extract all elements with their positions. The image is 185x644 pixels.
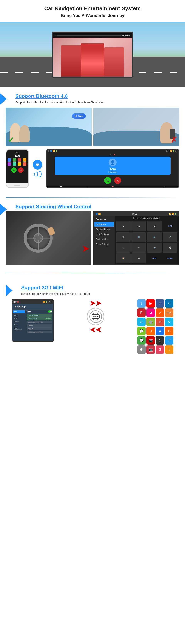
wifi-device-inner: ⬜◀⭕ 📶🔋 13:22 ⚙ Settings WI xyxy=(12,300,53,341)
wifi-network-item-connected[interactable]: NO-WI-INDIA Connected xyxy=(26,318,52,320)
func-camera[interactable]: 📷 xyxy=(147,242,162,252)
wifi-device-statusbar: ⬜◀⭕ 📶🔋 13:22 xyxy=(12,300,53,304)
app-icon-wechat[interactable]: 💬 xyxy=(137,336,146,345)
bluetooth-images: Hi Tom ✓ ✗ xyxy=(6,108,179,146)
wifi-network-item-4[interactable]: KV2MAX xyxy=(26,328,52,330)
app-icons-grid: t ▶ f in P ✿ ↗ RSS S 🤖 g+ V xyxy=(137,299,174,354)
car-grid-icon: ⠿ xyxy=(152,186,178,188)
app-icon-facebook[interactable]: f xyxy=(156,299,164,308)
wifi-network-item-2[interactable]: Secured with WPA/WPA2 xyxy=(26,321,52,324)
wifi-network-item[interactable]: TP-LINK-FREE xyxy=(26,314,52,317)
car-bottom-icon: ⬜ xyxy=(48,186,74,188)
car-unit-content: 📞🚗 👤 Tom Incoming 📞 ✕ xyxy=(47,152,178,186)
func-home[interactable]: 🏠 xyxy=(116,253,131,263)
car-unit-screen: 🔵 📶 🔋 8:16 📶 🔋 20 📞🚗 👤 Tom Incoming 📞 ✕ xyxy=(46,149,179,188)
wifi-title: Support 3G / WIFI xyxy=(21,285,174,291)
app-icon-youtube[interactable]: ▶ xyxy=(146,299,155,308)
incoming-call-card: 👤 Tom Incoming xyxy=(55,156,170,175)
app-icon-disqus[interactable]: D xyxy=(146,327,155,336)
car-bottom-icon3: ⭕ xyxy=(100,186,126,188)
checkmark-icon: ✓ xyxy=(8,136,14,144)
app-icon-settings2[interactable]: ⚙ xyxy=(137,346,146,354)
bluetooth-section: Support Bluetooth 4.0 Support bluetooth … xyxy=(0,88,185,198)
steering-title: Support Steering Wheel Control xyxy=(16,204,179,210)
wifi-network-list: WI-FI TP-LINK-FREE NO-WI-INDIA xyxy=(26,310,53,341)
func-back[interactable]: ↩ xyxy=(132,242,146,252)
app-icon-vimeo[interactable]: V xyxy=(165,318,174,326)
header: Car Navigation Entertainment System Brin… xyxy=(0,0,185,22)
func-vol-down[interactable]: 🔉 xyxy=(147,232,162,242)
app-icon-flickr[interactable]: ✿ xyxy=(146,308,155,317)
app-icon-android[interactable]: 🤖 xyxy=(146,318,155,326)
wifi-section: Support 3G / WIFI can connect to your ph… xyxy=(0,273,185,360)
car-unit-statusbar: 🔵 📶 🔋 8:16 📶 🔋 20 xyxy=(47,150,178,152)
arrow-right-container: ➤➤ xyxy=(90,299,101,307)
func-mic[interactable]: 🎤 xyxy=(163,232,178,242)
func-gps[interactable]: GPS xyxy=(163,221,178,231)
status-indicator xyxy=(48,150,49,152)
func-settings[interactable]: ⚙ xyxy=(116,232,131,242)
header-subtitle: Bring You A Wonderful Journey xyxy=(4,13,181,18)
steering-control-panel: 🔵 📶 08:02 🔔 📶 🔋 Brightness Navigation St… xyxy=(93,211,179,265)
function-buttons-grid: ▶ ⏮ ⏭ GPS ⚙ 🔊 🔉 🎤 📞 ↩ 📷 ⏻ 🏠 ↺ xyxy=(116,221,178,263)
func-vol-up[interactable]: 🔊 xyxy=(132,232,146,242)
bluetooth-icon: ⯹ xyxy=(33,160,42,170)
bluetooth-description: Support bluetooth call / bluetooth music… xyxy=(16,101,179,104)
section-arrow-icon xyxy=(0,93,7,105)
app-icon-social[interactable]: S xyxy=(156,346,164,354)
app-icon-chat[interactable]: 💬 xyxy=(137,327,146,336)
func-phone[interactable]: 📞 xyxy=(116,242,131,252)
menu-navigation[interactable]: Navigation xyxy=(94,222,114,226)
car-bottom-icon4: ▭ xyxy=(126,186,152,188)
app-icon-rss[interactable]: RSS xyxy=(165,308,174,317)
func-next[interactable]: ⏭ xyxy=(147,221,162,231)
func-disp[interactable]: DISP xyxy=(147,253,162,263)
menu-radio-setting[interactable]: Radio setting xyxy=(94,237,114,242)
incoming-status: Incoming xyxy=(59,171,166,173)
app-icon-blogger[interactable]: B xyxy=(165,327,174,336)
call-bubble: Hi Tom xyxy=(72,114,86,119)
steering-section: Support Steering Wheel Control ➤ xyxy=(0,198,185,273)
steering-panel-content: Brightness Navigation Steering Learn Log… xyxy=(94,216,179,264)
func-prev[interactable]: ⏮ xyxy=(132,221,146,231)
hero-image: ● 08:04 ▶ ≡ xyxy=(0,22,185,88)
incoming-caller-name: Tom xyxy=(59,168,166,171)
car-bottom-icon2: ◀ xyxy=(74,186,100,188)
func-rotate[interactable]: ↺ xyxy=(132,253,146,263)
wifi-network-item-5[interactable]: Secured with WPA/WPA2 xyxy=(26,331,52,334)
car-answer-button[interactable]: 📞 xyxy=(104,177,111,184)
menu-logo-settings[interactable]: Logo Settings xyxy=(94,232,114,236)
right-arrow-icon: ➤➤ xyxy=(90,299,101,307)
app-icon-share[interactable]: ↗ xyxy=(156,308,164,317)
wifi-device-screen: ⬜◀⭕ 📶🔋 13:22 ⚙ Settings WI xyxy=(12,299,54,342)
steering-panel-statusbar: 🔵 📶 08:02 🔔 📶 🔋 xyxy=(94,212,179,216)
wifi-arrows-area: ➤➤ wi-fi ➤➤ xyxy=(58,299,133,334)
app-icon-pinterest[interactable]: P xyxy=(137,308,146,317)
steering-images: ➤ 🔵 📶 08:02 🔔 📶 🔋 Brightness Navigation … xyxy=(6,211,179,265)
app-icon-maps[interactable]: A xyxy=(156,327,164,336)
function-selection-panel: Please select a function button! ▶ ⏮ ⏭ G… xyxy=(115,216,179,264)
car-call-buttons: 📞 ✕ xyxy=(104,177,121,184)
app-icon-instagram[interactable]: 📷 xyxy=(146,346,155,354)
app-icon-linkedin[interactable]: in xyxy=(165,299,174,308)
car-decline-button[interactable]: ✕ xyxy=(114,177,121,184)
func-play[interactable]: ▶ xyxy=(116,221,131,231)
wifi-network-item-3[interactable]: CAS85 xyxy=(26,324,52,327)
app-icon-twitter[interactable]: t xyxy=(137,299,146,308)
bluetooth-image-left: Hi Tom ✓ xyxy=(6,108,92,146)
menu-brightness[interactable]: Brightness xyxy=(94,217,114,222)
app-icon-tweet[interactable]: T xyxy=(165,336,174,345)
wifi-content-area: ⬜◀⭕ 📶🔋 13:22 ⚙ Settings WI xyxy=(12,299,174,354)
steering-menu-panel: Brightness Navigation Steering Learn Log… xyxy=(94,216,115,264)
menu-steering-learn[interactable]: Steering Learn xyxy=(94,227,114,232)
steering-wheel-image: ➤ xyxy=(6,211,91,265)
app-icon-skype[interactable]: S xyxy=(137,318,146,326)
app-icon-app[interactable]: ∑ xyxy=(156,336,164,345)
app-icon-photo[interactable]: 📷 xyxy=(146,336,155,345)
func-mode[interactable]: MODE xyxy=(163,253,178,263)
app-icon-gplus[interactable]: g+ xyxy=(156,318,164,326)
menu-other-settings[interactable]: Other Settings xyxy=(94,242,114,246)
app-icon-tumblr[interactable]: t xyxy=(165,346,174,354)
func-power[interactable]: ⏻ xyxy=(163,242,178,252)
wifi-label: wi-fi xyxy=(92,314,100,319)
